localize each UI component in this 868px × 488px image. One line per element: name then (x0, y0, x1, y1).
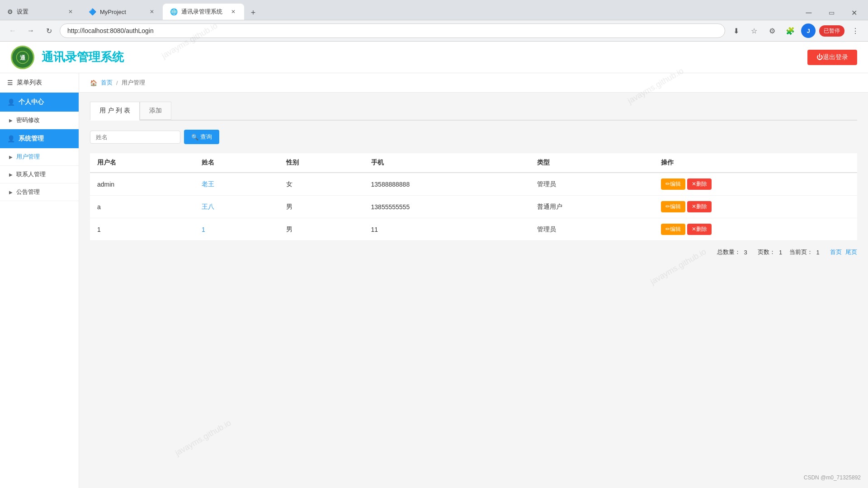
extensions-icon[interactable]: 🧩 (783, 23, 797, 38)
app-logo: 通 (11, 46, 34, 69)
arrow-icon-contact: ▶ (9, 172, 13, 177)
total-label: 总数量： (717, 248, 741, 256)
reload-button[interactable]: ↻ (42, 23, 56, 38)
cell-username-2: 1 (90, 218, 194, 241)
search-icon: 🔍 (191, 134, 198, 141)
tab-contacts-label: 通讯录管理系统 (181, 8, 222, 16)
browser-window: ⚙ 设置 ✕ 🔷 MyProject ✕ 🌐 通讯录管理系统 ✕ + ─ ▭ ✕… (0, 0, 868, 488)
delete-button-1[interactable]: ✕删除 (687, 201, 712, 212)
address-bar[interactable]: http://localhost:8080/authLogin (60, 23, 725, 38)
delete-button-2[interactable]: ✕删除 (687, 224, 712, 235)
hamburger-icon: ☰ (7, 79, 13, 86)
breadcrumb: 🏠 首页 / 用户管理 (79, 73, 868, 93)
page-count-sep: 页数： (758, 248, 775, 256)
tab-contacts[interactable]: 🌐 通讯录管理系统 ✕ (163, 4, 244, 20)
sidebar-item-password-label: 密码修改 (16, 116, 40, 124)
svg-text:通: 通 (20, 54, 26, 61)
browser-toolbar: ← → ↻ http://localhost:8080/authLogin ⬇ … (0, 20, 868, 42)
sidebar-item-user-mgmt[interactable]: ▶ 用户管理 (0, 148, 79, 166)
contacts-tab-icon: 🌐 (170, 8, 178, 15)
cell-action-0: ✏编辑 ✕删除 (654, 173, 857, 196)
cell-action-1: ✏编辑 ✕删除 (654, 196, 857, 218)
download-icon[interactable]: ⬇ (729, 23, 743, 38)
personal-section-header[interactable]: 👤 个人中心 (0, 93, 79, 112)
cell-type-0: 管理员 (530, 173, 654, 196)
sidebar-menu-toggle[interactable]: ☰ 菜单列表 (0, 73, 79, 93)
arrow-icon-user: ▶ (9, 155, 13, 160)
cell-type-2: 管理员 (530, 218, 654, 241)
personal-section-label: 个人中心 (19, 98, 44, 106)
current-page-sep: 当前页： (786, 248, 812, 256)
tab-contacts-close[interactable]: ✕ (230, 8, 237, 15)
sidebar-item-announcement-mgmt-label: 公告管理 (16, 188, 40, 196)
arrow-icon-password: ▶ (9, 118, 13, 123)
search-button-label: 查询 (200, 133, 212, 141)
sidebar-item-contact-mgmt[interactable]: ▶ 联系人管理 (0, 166, 79, 183)
edit-button-2[interactable]: ✏编辑 (661, 224, 685, 235)
sidebar: ☰ 菜单列表 👤 个人中心 ▶ 密码修改 (0, 73, 79, 488)
action-btns-2: ✏编辑 ✕删除 (661, 224, 850, 235)
tab-settings-close[interactable]: ✕ (67, 8, 74, 15)
tab-user-list[interactable]: 用 户 列 表 (90, 102, 140, 121)
close-button[interactable]: ✕ (844, 5, 864, 20)
edit-button-0[interactable]: ✏编辑 (661, 178, 685, 190)
new-tab-button[interactable]: + (246, 5, 260, 20)
cell-name-2: 1 (194, 218, 279, 241)
tab-myproject[interactable]: 🔷 MyProject ✕ (81, 4, 163, 20)
last-page-link[interactable]: 尾页 (845, 248, 857, 256)
sidebar-item-password[interactable]: ▶ 密码修改 (0, 112, 79, 129)
col-action: 操作 (654, 153, 857, 173)
breadcrumb-home-link[interactable]: 首页 (101, 79, 113, 87)
settings-icon[interactable]: ⚙ (765, 23, 779, 38)
app-container: 通 通讯录管理系统 ⏻退出登录 ☰ 菜单列表 (0, 42, 868, 488)
tab-settings[interactable]: ⚙ 设置 ✕ (0, 4, 81, 20)
name-link-1[interactable]: 王八 (202, 203, 214, 210)
logout-button[interactable]: ⏻退出登录 (807, 50, 857, 65)
back-button[interactable]: ← (5, 23, 20, 38)
current-page-value: 1 (816, 249, 820, 256)
cell-gender-2: 男 (279, 218, 363, 241)
cell-name-0: 老王 (194, 173, 279, 196)
pagination: 总数量： 3 页数： 1 当前页： 1 首页 尾页 (90, 241, 857, 263)
person-icon-system: 👤 (7, 135, 15, 142)
myproject-tab-icon: 🔷 (89, 8, 96, 15)
tab-myproject-close[interactable]: ✕ (148, 8, 156, 15)
page-count-label (751, 249, 754, 256)
first-page-link[interactable]: 首页 (830, 248, 842, 256)
settings-tab-icon: ⚙ (7, 8, 13, 15)
user-table: 用户名 姓名 性别 手机 类型 操作 admin 老王 女 (90, 153, 857, 241)
pagination-spacer (823, 249, 826, 256)
paused-button[interactable]: 已暂停 (819, 25, 844, 37)
cell-phone-2: 11 (364, 218, 530, 241)
sidebar-item-announcement-mgmt[interactable]: ▶ 公告管理 (0, 183, 79, 201)
address-text: http://localhost:8080/authLogin (67, 27, 154, 34)
cell-phone-1: 13855555555 (364, 196, 530, 218)
cell-username-1: a (90, 196, 194, 218)
breadcrumb-sep: / (116, 80, 118, 86)
cell-name-1: 王八 (194, 196, 279, 218)
col-username: 用户名 (90, 153, 194, 173)
minimize-button[interactable]: ─ (798, 5, 819, 20)
search-input[interactable] (90, 131, 180, 144)
profile-button[interactable]: J (801, 23, 816, 38)
breadcrumb-home-icon: 🏠 (90, 80, 97, 86)
search-button[interactable]: 🔍 查询 (184, 130, 219, 144)
forward-button[interactable]: → (24, 23, 38, 38)
cell-action-2: ✏编辑 ✕删除 (654, 218, 857, 241)
logout-label: ⏻退出登录 (816, 53, 848, 61)
sidebar-item-user-mgmt-label: 用户管理 (16, 153, 40, 161)
tab-bar: ⚙ 设置 ✕ 🔷 MyProject ✕ 🌐 通讯录管理系统 ✕ + ─ ▭ ✕ (0, 0, 868, 20)
cell-username-0: admin (90, 173, 194, 196)
col-phone: 手机 (364, 153, 530, 173)
name-link-2[interactable]: 1 (202, 226, 205, 233)
menu-icon[interactable]: ⋮ (848, 23, 863, 38)
bookmark-icon[interactable]: ☆ (747, 23, 761, 38)
maximize-button[interactable]: ▭ (821, 5, 842, 20)
name-link-0[interactable]: 老王 (202, 180, 214, 188)
cell-gender-0: 女 (279, 173, 363, 196)
edit-button-1[interactable]: ✏编辑 (661, 201, 685, 212)
delete-button-0[interactable]: ✕删除 (687, 178, 712, 190)
system-section-header[interactable]: 👤 系统管理 (0, 129, 79, 148)
tab-add[interactable]: 添加 (140, 102, 171, 120)
main-layout: ☰ 菜单列表 👤 个人中心 ▶ 密码修改 (0, 73, 868, 488)
